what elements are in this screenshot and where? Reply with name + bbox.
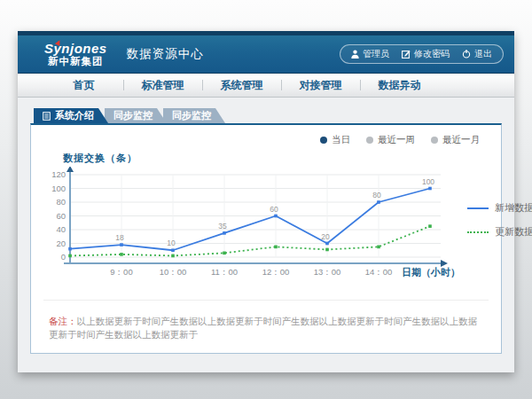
document-icon	[43, 112, 51, 121]
company-logo[interactable]: Synjones 新中新集团	[44, 42, 107, 66]
data-point	[223, 231, 226, 235]
legend-label: 新增数据	[495, 201, 532, 215]
footnote-text: 以上数据更新于时间产生数据以上数据更新于时间产生数据以上数据更新于时间产生数据以…	[49, 316, 477, 340]
radio-label: 当日	[332, 134, 350, 146]
data-point	[171, 248, 175, 252]
user-button[interactable]: 管理员	[351, 48, 389, 60]
data-point	[120, 253, 123, 256]
nav-item-1[interactable]: 首页	[44, 74, 123, 97]
data-point	[377, 246, 380, 249]
data-point	[428, 187, 432, 191]
y-tick-label: 0	[61, 252, 66, 262]
data-point-label: 100	[422, 177, 434, 186]
tab-label: 系统介绍	[55, 109, 94, 122]
footnote-label: 备注：	[49, 316, 77, 326]
data-point-label: 35	[218, 222, 227, 231]
radio-dot-icon	[320, 137, 327, 144]
x-tick-label: 14：00	[365, 267, 393, 277]
data-point	[325, 248, 329, 252]
chart-x-axis-title: 日期（小时）	[402, 267, 460, 278]
radio-label: 最近一周	[378, 134, 415, 146]
y-tick-label: 80	[56, 197, 66, 207]
series-line-2	[70, 226, 430, 255]
logo-subtitle: 新中新集团	[44, 56, 107, 66]
data-point	[428, 224, 432, 228]
chart-y-axis-title: 数据交换（条）	[63, 152, 462, 165]
data-point-label: 80	[372, 191, 381, 200]
tab-label: 同步监控	[113, 109, 153, 122]
data-point	[120, 243, 123, 246]
data-point	[377, 200, 380, 204]
user-icon	[351, 50, 359, 59]
footnote: 备注：以上数据更新于时间产生数据以上数据更新于时间产生数据以上数据更新于时间产生…	[43, 300, 489, 340]
data-point-label: 60	[270, 205, 278, 214]
y-tick-label: 40	[56, 224, 66, 234]
power-icon	[462, 50, 471, 59]
nav-item-2[interactable]: 标准管理	[123, 74, 202, 97]
radio-dot-icon	[366, 137, 373, 144]
data-point-label: 10	[167, 239, 176, 247]
x-tick-label: 12：00	[262, 267, 290, 277]
chart-section: 数据交换（条） 0204060801001209：0010：0011：0012：…	[43, 150, 489, 291]
data-point	[274, 215, 278, 218]
nav-item-5[interactable]: 数据异动	[360, 74, 439, 97]
y-tick-label: 60	[56, 211, 66, 221]
legend-item-1: 新增数据	[467, 201, 532, 215]
data-point	[171, 254, 175, 258]
data-point	[274, 246, 278, 249]
x-axis-arrow-icon	[441, 260, 448, 267]
radio-option-3[interactable]: 最近一月	[431, 134, 480, 146]
nav-item-3[interactable]: 系统管理	[202, 74, 281, 97]
content-area: 系统介绍同步监控同步监控 当日最近一周最近一月 数据交换（条） 02040608…	[18, 98, 514, 354]
app-header: Synjones 新中新集团 数据资源中心 管理员 修改密码 退出	[18, 35, 514, 74]
logout-button[interactable]: 退出	[462, 48, 492, 60]
tab-3[interactable]: 同步监控	[163, 108, 225, 123]
data-point	[68, 254, 72, 258]
data-point-label: 20	[321, 232, 330, 241]
tab-2[interactable]: 同步监控	[105, 108, 167, 123]
radio-dot-icon	[431, 137, 438, 144]
y-tick-label: 20	[56, 239, 66, 248]
radio-label: 最近一月	[442, 134, 480, 146]
x-tick-label: 10：00	[160, 267, 187, 277]
y-axis-arrow-icon	[66, 167, 74, 172]
radio-option-2[interactable]: 最近一周	[366, 134, 415, 146]
tab-1[interactable]: 系统介绍	[34, 108, 108, 123]
main-nav: 首页标准管理系统管理对接管理数据异动	[18, 74, 514, 98]
tab-bar: 系统介绍同步监控同步监控	[34, 108, 502, 123]
legend-line-icon	[467, 231, 489, 233]
chart-legend: 新增数据更新数据	[467, 201, 532, 291]
edit-icon	[402, 50, 411, 59]
y-tick-label: 100	[51, 184, 66, 193]
x-tick-label: 9：00	[110, 267, 132, 277]
radio-option-1[interactable]: 当日	[320, 134, 350, 146]
data-point	[68, 247, 72, 251]
legend-item-2: 更新数据	[467, 225, 532, 239]
page-title: 数据资源中心	[127, 46, 204, 62]
x-tick-label: 11：00	[211, 267, 238, 277]
data-point	[325, 242, 329, 246]
app-window: Synjones 新中新集团 数据资源中心 管理员 修改密码 退出	[18, 31, 514, 372]
legend-label: 更新数据	[495, 225, 532, 239]
logo-name: Synjones	[44, 42, 107, 56]
x-tick-label: 13：00	[314, 267, 341, 277]
system-intro-panel: 当日最近一周最近一月 数据交换（条） 0204060801001209：0010…	[30, 123, 502, 354]
data-point	[223, 252, 226, 255]
change-password-button[interactable]: 修改密码	[402, 48, 450, 60]
nav-item-4[interactable]: 对接管理	[281, 74, 360, 97]
time-range-filter: 当日最近一周最近一月	[43, 132, 489, 146]
user-controls: 管理员 修改密码 退出	[340, 44, 504, 64]
y-tick-label: 120	[51, 169, 66, 179]
line-chart: 0204060801001209：0010：0011：0012：0013：001…	[43, 167, 462, 291]
data-point-label: 18	[115, 233, 124, 242]
tab-label: 同步监控	[172, 109, 211, 122]
legend-line-icon	[467, 207, 489, 209]
